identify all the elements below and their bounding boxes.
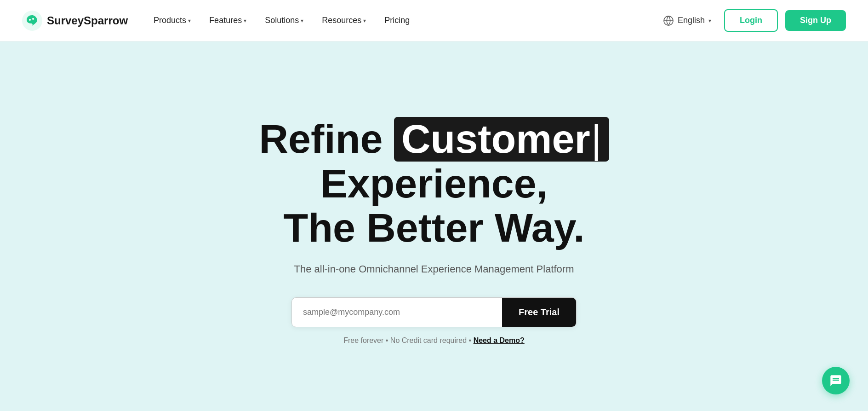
chevron-down-icon: ▾: [708, 17, 711, 24]
hero-section: Refine Customer Experience, The Better W…: [0, 41, 868, 411]
heading-suffix: Experience,: [320, 161, 548, 206]
nav-resources-label: Resources: [322, 16, 361, 25]
nav-solutions-label: Solutions: [265, 16, 299, 25]
nav-item-features[interactable]: Features ▾: [202, 12, 254, 29]
email-input[interactable]: [292, 298, 502, 327]
hero-heading: Refine Customer Experience, The Better W…: [158, 117, 710, 250]
heading-line2: The Better Way.: [283, 205, 584, 250]
signup-button[interactable]: Sign Up: [785, 10, 846, 31]
chevron-down-icon: ▾: [301, 17, 303, 24]
form-subtext: Free forever • No Credit card required •…: [343, 336, 525, 345]
nav-item-resources[interactable]: Resources ▾: [314, 12, 373, 29]
navbar: SurveySparrow Products ▾ Features ▾ Solu…: [0, 0, 868, 41]
svg-point-1: [29, 19, 31, 21]
nav-links: Products ▾ Features ▾ Solutions ▾ Resour…: [146, 12, 657, 29]
svg-point-2: [32, 18, 34, 20]
nav-item-solutions[interactable]: Solutions ▾: [257, 12, 311, 29]
chat-bubble[interactable]: [822, 367, 850, 394]
heading-prefix: Refine: [259, 116, 394, 162]
nav-features-label: Features: [209, 16, 242, 25]
demo-link[interactable]: Need a Demo?: [474, 336, 525, 344]
language-label: English: [678, 16, 705, 25]
nav-right: English ▾ Login Sign Up: [657, 9, 846, 32]
logo-text: SurveySparrow: [47, 14, 128, 27]
language-selector[interactable]: English ▾: [657, 12, 717, 29]
chat-icon: [829, 374, 842, 387]
free-trial-button[interactable]: Free Trial: [502, 298, 576, 327]
chevron-down-icon: ▾: [244, 17, 246, 24]
chevron-down-icon: ▾: [363, 17, 366, 24]
nav-pricing-label: Pricing: [384, 16, 410, 25]
chevron-down-icon: ▾: [188, 17, 191, 24]
subtext-static: Free forever • No Credit card required •: [343, 336, 471, 344]
email-form: Free Trial: [291, 297, 577, 327]
logo-icon: [22, 11, 42, 31]
nav-item-products[interactable]: Products ▾: [146, 12, 198, 29]
logo[interactable]: SurveySparrow: [22, 11, 128, 31]
heading-highlighted: Customer: [394, 117, 609, 162]
nav-products-label: Products: [154, 16, 186, 25]
nav-item-pricing[interactable]: Pricing: [377, 12, 417, 29]
login-button[interactable]: Login: [724, 9, 778, 32]
hero-subheading: The all-in-one Omnichannel Experience Ma…: [294, 263, 574, 275]
globe-icon: [663, 15, 674, 26]
